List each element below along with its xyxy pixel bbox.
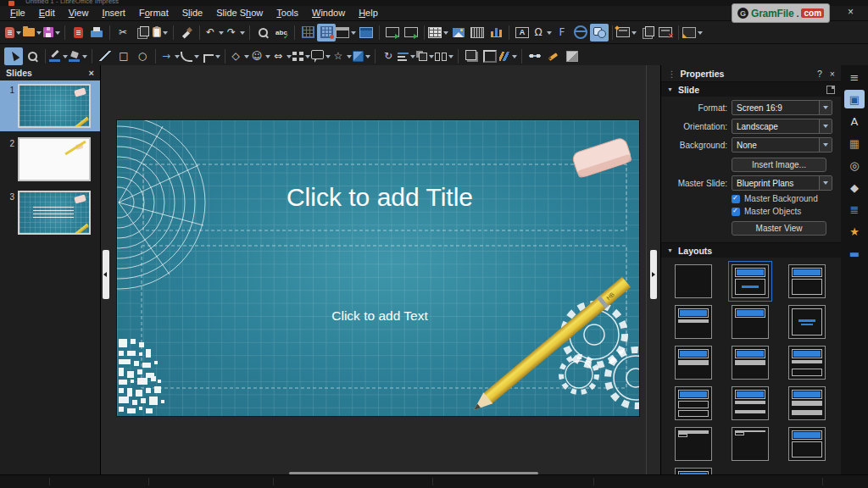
fill-color-dropdown-arrow[interactable]: [82, 55, 87, 61]
slide-properties-button[interactable]: [682, 24, 704, 42]
undo-button[interactable]: ↶: [203, 24, 225, 42]
edit-points-button[interactable]: [526, 47, 544, 65]
layout-title-2l-1r[interactable]: [675, 346, 712, 380]
menu-edit[interactable]: Edit: [32, 6, 62, 20]
slide-thumbnail-1[interactable]: 1: [0, 80, 100, 131]
tab-shapes[interactable]: ◆: [844, 178, 865, 197]
export-pdf-button[interactable]: [69, 24, 87, 42]
undo-dropdown-arrow[interactable]: [219, 31, 224, 37]
layout-title-4grid[interactable]: [732, 386, 769, 420]
show-draw-functions-button[interactable]: [590, 24, 609, 42]
tab-animation[interactable]: ≣: [844, 200, 865, 219]
menu-file[interactable]: File: [3, 6, 32, 20]
format-select[interactable]: Screen 16:9: [732, 100, 832, 115]
crop-image-button[interactable]: [481, 47, 499, 65]
arrange-dropdown-arrow[interactable]: [429, 55, 434, 61]
format-dropdown-icon[interactable]: [819, 101, 832, 114]
shadow-button[interactable]: [462, 47, 481, 65]
tab-character[interactable]: A: [844, 112, 865, 130]
text-placeholder-text[interactable]: Click to add Text: [331, 308, 428, 323]
3d-objects-dropdown-arrow[interactable]: [365, 55, 370, 61]
tab-properties[interactable]: ▣: [844, 90, 865, 108]
distribution-dropdown-arrow[interactable]: [448, 55, 453, 61]
arrange-button[interactable]: [416, 47, 435, 65]
title-placeholder-text[interactable]: Click to add Title: [287, 183, 473, 211]
menu-window[interactable]: Window: [305, 6, 352, 20]
lines-and-arrows-dropdown-arrow[interactable]: [175, 55, 180, 61]
master-background-checkbox[interactable]: [732, 195, 740, 203]
layout-title-6grid[interactable]: [788, 386, 826, 420]
layout-2rows-vbar[interactable]: [675, 427, 712, 461]
slide-properties-dropdown-arrow[interactable]: [698, 31, 703, 37]
new-document-dropdown-arrow[interactable]: [16, 31, 21, 37]
lines-and-arrows-button[interactable]: →: [159, 47, 181, 65]
symbol-shapes-dropdown-arrow[interactable]: [265, 55, 270, 61]
select-button[interactable]: [4, 47, 23, 65]
save-button[interactable]: [42, 24, 61, 42]
callout-shapes-dropdown-arrow[interactable]: [326, 55, 331, 61]
orientation-select[interactable]: Landscape: [732, 119, 832, 134]
copy-button[interactable]: [132, 24, 151, 42]
print-button[interactable]: [87, 24, 106, 42]
tab-effects[interactable]: ★: [844, 222, 865, 241]
paste-dropdown-arrow[interactable]: [163, 31, 168, 37]
slide-canvas[interactable]: Click to add Title Click to add Text HB: [117, 120, 639, 416]
new-slide-dropdown-arrow[interactable]: [632, 31, 637, 37]
insert-table-dropdown-arrow[interactable]: [443, 31, 448, 37]
hide-slides-panel-handle[interactable]: [103, 250, 109, 299]
menu-help[interactable]: Help: [352, 6, 385, 20]
master-slide-select[interactable]: Blueprint Plans: [732, 175, 832, 191]
hide-sidebar-handle[interactable]: [650, 250, 657, 299]
flowchart-dropdown-arrow[interactable]: [305, 55, 310, 61]
insert-image-button[interactable]: Insert Image...: [732, 158, 826, 172]
insert-special-character-button[interactable]: Ω: [531, 24, 553, 42]
display-views-button[interactable]: [336, 24, 357, 42]
layout-title-2t-1b[interactable]: [788, 346, 826, 380]
slide-section-header[interactable]: ▼ Slide: [661, 81, 841, 97]
background-select[interactable]: None: [732, 137, 832, 152]
ellipse-button[interactable]: ○: [133, 47, 152, 65]
find-and-replace-button[interactable]: [253, 24, 272, 42]
layout-title-sub[interactable]: [732, 264, 769, 298]
show-glue-points-button[interactable]: [544, 47, 563, 65]
connectors-button[interactable]: [200, 47, 221, 65]
save-dropdown-arrow[interactable]: [55, 31, 60, 37]
toggle-extrusion-button[interactable]: [563, 47, 581, 65]
snap-to-grid-button[interactable]: [317, 24, 336, 42]
line-color-button[interactable]: [49, 47, 69, 65]
slide-thumbnail-2[interactable]: 2: [0, 134, 100, 185]
master-slide-button[interactable]: [357, 24, 376, 42]
open-dropdown-arrow[interactable]: [36, 31, 42, 37]
insert-line-button[interactable]: [96, 47, 114, 65]
spelling-button[interactable]: abc: [272, 24, 291, 42]
fill-color-button[interactable]: [69, 47, 88, 65]
tab-gallery[interactable]: ▦: [844, 134, 865, 152]
3d-objects-button[interactable]: [353, 47, 371, 65]
line-color-dropdown-arrow[interactable]: [63, 55, 68, 61]
delete-slide-button[interactable]: [656, 24, 675, 42]
view-scrollbar-track[interactable]: [646, 65, 647, 475]
slide-dialog-launcher-icon[interactable]: [826, 86, 835, 94]
connectors-dropdown-arrow[interactable]: [215, 55, 220, 61]
master-slide-dropdown-icon[interactable]: [819, 176, 832, 190]
master-objects-checkbox[interactable]: [732, 208, 740, 216]
display-grid-button[interactable]: [298, 24, 317, 42]
insert-text-box-button[interactable]: [513, 24, 531, 42]
layout-blank[interactable]: [675, 264, 712, 298]
slide-thumbnail-3[interactable]: 3: [0, 187, 100, 238]
menu-insert[interactable]: Insert: [95, 6, 132, 20]
stars-and-banners-button[interactable]: ☆: [331, 47, 353, 65]
sidebar-settings-icon[interactable]: ≡: [844, 68, 865, 86]
align-objects-dropdown-arrow[interactable]: [410, 55, 415, 61]
block-arrows-button[interactable]: ⇔: [271, 47, 292, 65]
layout-title-content[interactable]: [788, 427, 826, 461]
flowchart-button[interactable]: [292, 47, 311, 65]
clone-formatting-button[interactable]: [177, 24, 196, 42]
insert-media-button[interactable]: [468, 24, 487, 42]
start-from-current-slide-button[interactable]: [402, 24, 420, 42]
insert-table-button[interactable]: [428, 24, 449, 42]
start-from-first-slide-button[interactable]: [383, 24, 402, 42]
new-document-button[interactable]: [4, 24, 23, 42]
duplicate-slide-button[interactable]: [637, 24, 656, 42]
block-arrows-dropdown-arrow[interactable]: [287, 55, 292, 61]
